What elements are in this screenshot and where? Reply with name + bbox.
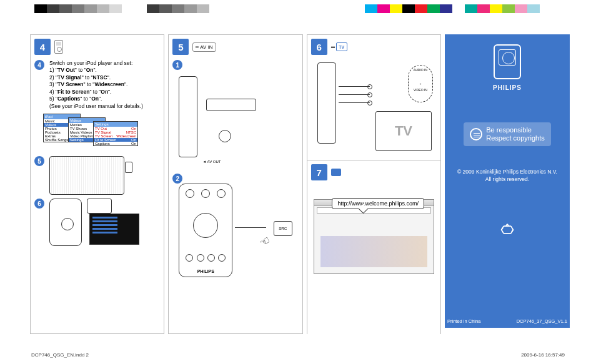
tv-icon: TV (336, 42, 347, 51)
remote-large-illustration: PHILIPS (179, 184, 232, 277)
col2-header: 5 ━AV IN (172, 39, 298, 55)
column-4: PHILIPS Be responsible Respect copyright… (445, 34, 570, 334)
substep-2: 2 (172, 174, 182, 184)
colorbar-swatch (515, 4, 527, 13)
ipod-menu-3: Settings TV OutOn TV SignalNTSC TV Scree… (93, 121, 138, 146)
tv-connection-illustration: AUDIO IN ○ VIDEO IN TV (314, 60, 434, 154)
print-footer: Printed in China DCP746_37_QSG_V1.1 (445, 318, 570, 324)
indd-footer-right: 2009-6-16 16:57:49 (521, 352, 565, 358)
recycle-icon (499, 221, 516, 239)
colorbar-swatch (109, 4, 122, 13)
colorbar-swatch (477, 4, 490, 13)
colorbar-swatch (172, 4, 184, 13)
av-out-label: ◄ AV OUT (202, 160, 221, 164)
colorbar-swatch (47, 4, 59, 13)
col1-header: 4 (34, 39, 160, 55)
copyright-slogan-box: Be responsible Respect copyrights (464, 122, 551, 146)
col3b-header: 7 (311, 164, 437, 180)
colorbar-swatch (377, 4, 390, 13)
colorbar-swatch (365, 4, 377, 13)
monitor-icon (331, 169, 341, 176)
colorbar-swatch (502, 4, 515, 13)
colorbar-swatch (402, 4, 415, 13)
step-badge-4: 4 (34, 39, 51, 55)
indd-footer-left: DCP746_QSG_EN.indd 2 (31, 352, 89, 358)
step-badge-5: 5 (172, 39, 189, 55)
tv-osd-illustration (87, 199, 160, 234)
tv-av-panel: AUDIO IN ○ VIDEO IN (408, 65, 433, 102)
ipod-icon (54, 40, 63, 54)
step4-intro: Switch on your iPod player and set: (49, 60, 143, 67)
browser-screenshot (314, 199, 434, 274)
colorbar-swatch (527, 4, 540, 13)
colorbar-swatch (427, 4, 440, 13)
slogan-line-2: Respect copyrights (486, 134, 545, 142)
substep-5: 5 (34, 156, 44, 166)
remote-small-illustration (49, 199, 82, 246)
colorbar-swatch (97, 4, 109, 13)
column-3: 6 ━TV AUDIO IN ○ VIDEO IN TV 7 htt (307, 34, 441, 334)
colorbar-swatch (452, 4, 465, 13)
page-columns: 4 4 Switch on your iPod player and set: … (30, 34, 570, 334)
col3-header: 6 ━TV (311, 39, 437, 55)
step-badge-6: 6 (311, 39, 327, 55)
colorbar-swatch (390, 4, 402, 13)
colorbar-swatch (490, 4, 502, 13)
colorbar-swatch (184, 4, 197, 13)
handshake-icon (470, 128, 482, 140)
copyright-text: © 2009 Koninklijke Philips Electronics N… (450, 169, 565, 184)
colorbar-swatch (34, 4, 47, 13)
column-1: 4 4 Switch on your iPod player and set: … (30, 34, 164, 334)
substep-6: 6 (34, 199, 44, 209)
av-connection-illustration: ◄ AV OUT (175, 74, 296, 167)
colorbar-swatch (465, 4, 477, 13)
document-code: DCP746_37_QSG_V1.1 (517, 318, 567, 324)
tv-set-illustration: TV (375, 111, 432, 151)
ipod-menu-cascade: iPod Music Videos Photos Podcasts Extras… (43, 114, 160, 151)
step-badge-7: 7 (311, 164, 327, 180)
column-2: 5 ━AV IN 1 ◄ AV OUT 2 (168, 34, 302, 334)
remote-brand: PHILIPS (179, 269, 232, 273)
philips-shield-logo (494, 44, 521, 79)
registration-bar-right (365, 4, 540, 13)
src-button-callout: SRC (274, 221, 292, 236)
colorbar-swatch (159, 4, 172, 13)
step4-instructions: Switch on your iPod player and set: 1) "… (49, 60, 143, 110)
colorbar-swatch (134, 4, 147, 13)
av-in-icon: ━AV IN (192, 42, 216, 52)
dock-illustration (49, 156, 124, 195)
substep-1: 1 (172, 60, 182, 70)
substep-4: 4 (34, 60, 44, 70)
colorbar-swatch (440, 4, 452, 13)
hand-pointer-icon: ☜ (257, 233, 272, 250)
colorbar-swatch (72, 4, 84, 13)
back-cover-panel: PHILIPS Be responsible Respect copyright… (445, 34, 570, 328)
slogan-line-1: Be responsible (486, 126, 532, 134)
url-callout: http://www.welcome.philips.com/ (332, 198, 424, 209)
colorbar-swatch (197, 4, 209, 13)
colorbar-swatch (415, 4, 427, 13)
colorbar-swatch (147, 4, 159, 13)
colorbar-swatch (84, 4, 97, 13)
printed-in: Printed in China (447, 318, 480, 324)
philips-wordmark: PHILIPS (450, 84, 565, 91)
colorbar-swatch (122, 4, 134, 13)
registration-bar-left (34, 4, 209, 13)
colorbar-swatch (59, 4, 72, 13)
